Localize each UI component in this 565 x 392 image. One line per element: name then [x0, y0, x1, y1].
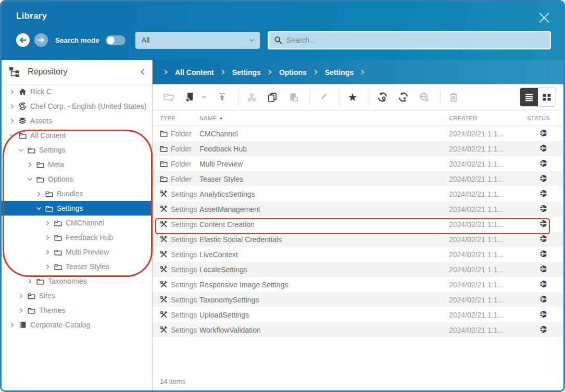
column-header-type[interactable]: TYPE: [160, 115, 199, 121]
settings-tools-icon: [160, 220, 168, 228]
cut-button[interactable]: [243, 88, 260, 106]
search-mode-toggle[interactable]: [106, 35, 125, 45]
settings-tools-icon: [160, 190, 168, 198]
tree-item-assets[interactable]: Assets: [2, 113, 152, 128]
toolbar-separator: [369, 90, 369, 105]
tree-item-cmchannel[interactable]: CMChannel: [2, 216, 152, 230]
chevron-expanded-icon[interactable]: [35, 206, 42, 211]
chevron-right-icon[interactable]: [9, 104, 15, 109]
tree-item-meta[interactable]: Meta: [2, 157, 152, 172]
breadcrumb-item-options[interactable]: Options: [279, 68, 307, 77]
sidebar-header: Repository: [2, 60, 152, 84]
bulk-publish-button[interactable]: [394, 88, 412, 106]
repository-sidebar: Repository Rick C: [2, 60, 153, 390]
table-row[interactable]: Folder Feedback Hub 2024/02/21 1:1...: [153, 141, 563, 156]
publication-status-icon: [539, 310, 547, 320]
chevron-right-icon[interactable]: [44, 220, 51, 226]
chevron-right-icon[interactable]: [9, 322, 15, 328]
column-header-name[interactable]: NAME▲: [199, 115, 449, 121]
chevron-right-icon[interactable]: [18, 308, 24, 313]
table-row[interactable]: Folder Teaser Styles 2024/02/21 1:1...: [153, 171, 563, 186]
folder-icon: [54, 234, 62, 241]
table-row[interactable]: Settings WorkflowValidation 2024/02/21 1…: [153, 322, 563, 337]
search-input[interactable]: [286, 36, 545, 44]
created-date: 2024/02/21 1:1...: [449, 205, 527, 213]
table-row[interactable]: Settings TaxonomySettings 2024/02/21 1:1…: [153, 292, 563, 307]
chevron-right-icon[interactable]: [9, 89, 15, 95]
chevron-right-icon[interactable]: [44, 249, 51, 255]
breadcrumb-item-settings-2[interactable]: Settings: [325, 68, 354, 77]
table-row[interactable]: Folder CMChannel 2024/02/21 1:1...: [153, 126, 563, 141]
tree-item-label: Bundles: [57, 189, 83, 198]
chevron-right-icon[interactable]: [35, 191, 42, 197]
settings-tools-icon: [160, 250, 168, 258]
tree-item-taxonomies[interactable]: Taxonomies: [2, 274, 152, 288]
chevron-right-icon[interactable]: [27, 279, 33, 284]
copy-button[interactable]: [263, 88, 281, 106]
tree-item-options[interactable]: Options: [2, 172, 152, 186]
edit-pencil-button[interactable]: [314, 88, 332, 106]
tree-item-settings[interactable]: Settings: [2, 143, 152, 157]
column-header-created[interactable]: CREATED: [449, 115, 527, 121]
new-folder-button[interactable]: [160, 88, 178, 106]
chevron-right-icon[interactable]: [44, 264, 51, 270]
table-row[interactable]: Settings Responsive Image Settings 2024/…: [153, 277, 563, 292]
breadcrumb-item-all-content[interactable]: All Content: [175, 68, 214, 77]
column-header-status[interactable]: STATUS: [527, 115, 559, 121]
publish-button[interactable]: [373, 88, 391, 106]
folder-icon: [27, 293, 35, 299]
delete-trash-button[interactable]: [445, 88, 462, 106]
chevron-expanded-icon[interactable]: [9, 133, 15, 138]
tree-item-multi-preview[interactable]: Multi Preview: [2, 245, 152, 259]
chevron-right-icon[interactable]: [18, 293, 24, 299]
tree-item-teaser-styles[interactable]: Teaser Styles: [2, 259, 152, 274]
content-type-dropdown[interactable]: All: [135, 32, 260, 49]
content-name: Responsive Image Settings: [199, 281, 449, 289]
tree-item-all-content[interactable]: All Content: [2, 128, 152, 143]
collapse-sidebar-icon[interactable]: [140, 68, 145, 75]
tree-item-themes[interactable]: Themes: [2, 303, 152, 318]
paste-button[interactable]: [284, 88, 302, 106]
settings-tools-icon: [160, 326, 168, 334]
content-name: TaxonomySettings: [199, 296, 449, 304]
table-row[interactable]: Settings Elastic Social Credentials 2024…: [153, 232, 563, 247]
tree-item-rick-c[interactable]: Rick C: [2, 84, 152, 99]
table-row[interactable]: Settings LiveContext 2024/02/21 1:1...: [153, 247, 563, 262]
chevron-right-icon[interactable]: [27, 162, 33, 168]
chevron-expanded-icon[interactable]: [27, 176, 33, 182]
table-row[interactable]: Settings UploadSettings 2024/02/21 1:1..…: [153, 307, 563, 322]
content-name: AssetManagement: [199, 205, 449, 213]
tree-item-feedback-hub[interactable]: Feedback Hub: [2, 230, 152, 245]
table-row[interactable]: Settings AnalyticsSettings 2024/02/21 1:…: [153, 186, 563, 201]
new-content-dropdown-chevron-icon[interactable]: [198, 88, 210, 106]
content-name: CMChannel: [199, 130, 449, 138]
tree-item-sites[interactable]: Sites: [2, 288, 152, 303]
back-button[interactable]: [16, 33, 30, 47]
tree-item-bundles[interactable]: Bundles: [2, 186, 152, 201]
tree-item-settings-selected[interactable]: Settings: [2, 201, 152, 216]
bookmark-star-button[interactable]: ★: [344, 88, 361, 106]
table-row[interactable]: Settings LocaleSettings 2024/02/21 1:1..…: [153, 262, 563, 277]
publication-status-icon: [539, 205, 547, 214]
tree-item-label: All Content: [30, 131, 66, 140]
close-icon[interactable]: [536, 10, 552, 26]
created-date: 2024/02/21 1:1...: [449, 250, 527, 259]
chevron-right-icon[interactable]: [9, 118, 15, 124]
tree-item-chef-corp[interactable]: Chef Corp. - English (United States): [2, 99, 152, 113]
forward-button[interactable]: [34, 33, 48, 47]
publication-status-icon: [539, 129, 547, 138]
table-row[interactable]: Folder Multi Preview 2024/02/21 1:1...: [153, 156, 563, 171]
new-content-button[interactable]: [181, 88, 198, 106]
thumbnail-view-button[interactable]: [538, 88, 556, 106]
table-row[interactable]: Settings AssetManagement 2024/02/21 1:1.…: [153, 201, 563, 217]
toolbar-separator: [339, 90, 340, 105]
chevron-expanded-icon[interactable]: [18, 147, 24, 153]
settings-tools-icon: [160, 296, 168, 304]
withdraw-globe-button[interactable]: [415, 88, 433, 106]
tree-item-corporate-catalog[interactable]: Corporate-Catalog: [2, 318, 152, 332]
breadcrumb-item-settings[interactable]: Settings: [232, 68, 261, 77]
upload-button[interactable]: [213, 88, 231, 106]
table-row-content-creation[interactable]: Settings Content Creation 2024/02/21 1:1…: [153, 217, 563, 232]
list-view-button[interactable]: [520, 88, 538, 106]
chevron-right-icon[interactable]: [44, 235, 51, 241]
